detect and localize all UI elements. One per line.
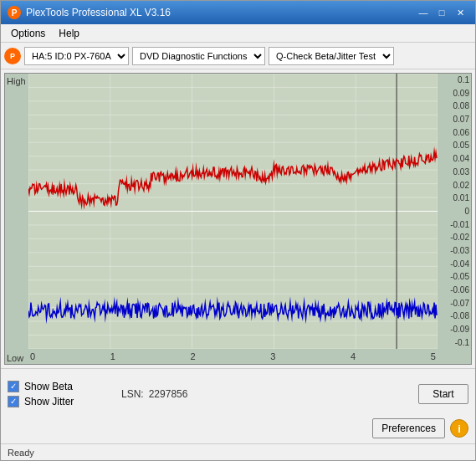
- lsn-value: 2297856: [149, 388, 188, 400]
- bottom-panel: Show Beta Show Jitter LSN: 2297856 Start…: [1, 368, 475, 443]
- device-icon: P: [4, 48, 21, 64]
- status-text: Ready: [8, 448, 34, 458]
- right-buttons: Start: [418, 384, 468, 404]
- chart-area: High Low 0.1 0.09 0.08 0.07 0.06 0.05 0.…: [4, 73, 472, 365]
- chart-high-label: High: [7, 75, 26, 85]
- status-bar: Ready: [1, 443, 475, 460]
- chart-canvas-wrapper: [28, 74, 438, 349]
- chart-x-labels: 0 1 2 3 4 5: [28, 349, 438, 364]
- title-bar-left: P PlexTools Professional XL V3.16: [8, 6, 171, 19]
- chart-left-labels: High Low: [7, 74, 26, 364]
- menu-options[interactable]: Options: [4, 26, 52, 41]
- chart-canvas: [28, 74, 438, 349]
- title-bar: P PlexTools Professional XL V3.16 — □ ✕: [1, 1, 475, 24]
- window-title: PlexTools Professional XL V3.16: [26, 7, 171, 18]
- test-dropdown[interactable]: Q-Check Beta/Jitter Test: [269, 47, 394, 65]
- preferences-button[interactable]: Preferences: [372, 418, 445, 438]
- info-button[interactable]: i: [450, 419, 468, 438]
- lsn-label: LSN:: [121, 388, 144, 400]
- preferences-row: Preferences i: [1, 418, 475, 443]
- close-button[interactable]: ✕: [452, 5, 468, 20]
- minimize-button[interactable]: —: [415, 5, 432, 20]
- maximize-button[interactable]: □: [433, 5, 450, 20]
- controls-row: Show Beta Show Jitter LSN: 2297856 Start: [1, 369, 475, 418]
- start-button[interactable]: Start: [418, 384, 468, 404]
- checkboxes: Show Beta Show Jitter: [8, 381, 108, 407]
- menu-help[interactable]: Help: [52, 26, 86, 41]
- device-dropdown[interactable]: HA:5 ID:0 PX-760A: [24, 47, 129, 65]
- window-controls: — □ ✕: [415, 5, 468, 20]
- show-beta-row: Show Beta: [8, 381, 108, 392]
- menu-bar: Options Help: [1, 24, 475, 43]
- main-content: High Low 0.1 0.09 0.08 0.07 0.06 0.05 0.…: [1, 69, 475, 443]
- app-icon: P: [8, 6, 21, 19]
- show-jitter-row: Show Jitter: [8, 396, 108, 407]
- chart-low-label: Low: [7, 352, 26, 362]
- function-dropdown[interactable]: DVD Diagnostic Functions: [132, 47, 265, 65]
- device-select-area: P HA:5 ID:0 PX-760A: [4, 47, 129, 65]
- chart-right-labels: 0.1 0.09 0.08 0.07 0.06 0.05 0.04 0.03 0…: [439, 74, 469, 349]
- toolbar: P HA:5 ID:0 PX-760A DVD Diagnostic Funct…: [1, 43, 475, 69]
- show-beta-label: Show Beta: [24, 381, 73, 392]
- lsn-area: LSN: 2297856: [121, 388, 187, 400]
- show-jitter-label: Show Jitter: [24, 396, 74, 407]
- main-window: P PlexTools Professional XL V3.16 — □ ✕ …: [0, 0, 476, 461]
- show-jitter-checkbox[interactable]: [8, 396, 19, 407]
- show-beta-checkbox[interactable]: [8, 381, 19, 392]
